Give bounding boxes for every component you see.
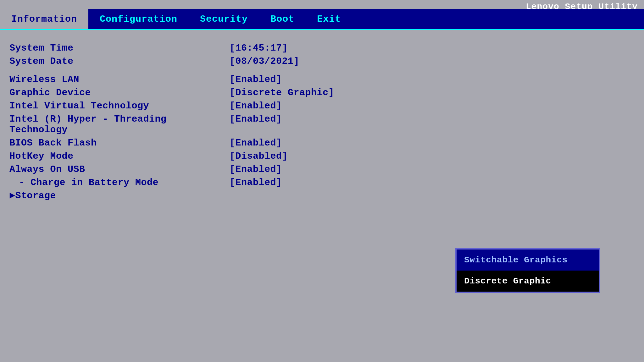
label-system-date: System Date [9, 56, 230, 67]
row-intel-virtual-tech[interactable]: Intel Virtual Technology [Enabled] [9, 101, 635, 111]
popup-option-discrete-graphic[interactable]: Discrete Graphic [457, 271, 599, 292]
label-intel-hyper-threading: Intel (R) Hyper - Threading Technology [9, 114, 230, 135]
row-wireless-lan[interactable]: Wireless LAN [Enabled] [9, 74, 635, 85]
settings-table: System Time [16:45:17] System Date [08/0… [9, 43, 635, 201]
row-intel-hyper-threading[interactable]: Intel (R) Hyper - Threading Technology [… [9, 114, 635, 135]
row-graphic-device[interactable]: Graphic Device [Discrete Graphic] [9, 87, 635, 98]
label-bios-back-flash: BIOS Back Flash [9, 138, 230, 148]
popup-option-switchable-graphics[interactable]: Switchable Graphics [457, 250, 599, 271]
row-hotkey-mode[interactable]: HotKey Mode [Disabled] [9, 151, 635, 162]
nav-bar: Information Configuration Security Boot … [0, 9, 644, 30]
nav-item-security[interactable]: Security [189, 9, 259, 29]
value-system-time: [16:45:17] [230, 43, 288, 53]
row-system-date[interactable]: System Date [08/03/2021] [9, 56, 635, 67]
label-always-on-usb: Always On USB [9, 164, 230, 175]
value-wireless-lan: [Enabled] [230, 74, 282, 85]
value-intel-hyper-threading: [Enabled] [230, 114, 282, 124]
value-always-on-usb: [Enabled] [230, 164, 282, 175]
main-content: System Time [16:45:17] System Date [08/0… [0, 30, 644, 362]
row-charge-battery-mode[interactable]: - Charge in Battery Mode [Enabled] [9, 177, 635, 188]
row-bios-back-flash[interactable]: BIOS Back Flash [Enabled] [9, 138, 635, 148]
label-wireless-lan: Wireless LAN [9, 74, 230, 85]
nav-item-exit[interactable]: Exit [306, 9, 352, 29]
value-bios-back-flash: [Enabled] [230, 138, 282, 148]
row-always-on-usb[interactable]: Always On USB [Enabled] [9, 164, 635, 175]
label-intel-virtual-tech: Intel Virtual Technology [9, 101, 230, 111]
value-hotkey-mode: [Disabled] [230, 151, 288, 162]
label-charge-battery-mode: - Charge in Battery Mode [9, 177, 230, 188]
row-storage[interactable]: ►Storage [9, 190, 635, 201]
value-system-date: [08/03/2021] [230, 56, 299, 67]
value-graphic-device: [Discrete Graphic] [230, 87, 334, 98]
label-storage: ►Storage [9, 190, 230, 201]
label-system-time: System Time [9, 43, 230, 53]
graphic-dropdown-popup[interactable]: Switchable Graphics Discrete Graphic [455, 248, 600, 293]
row-system-time[interactable]: System Time [16:45:17] [9, 43, 635, 53]
nav-item-configuration[interactable]: Configuration [88, 9, 189, 29]
value-charge-battery-mode: [Enabled] [230, 177, 282, 188]
nav-item-boot[interactable]: Boot [259, 9, 306, 29]
value-intel-virtual-tech: [Enabled] [230, 101, 282, 111]
label-graphic-device: Graphic Device [9, 87, 230, 98]
nav-item-information[interactable]: Information [0, 9, 88, 29]
label-hotkey-mode: HotKey Mode [9, 151, 230, 162]
